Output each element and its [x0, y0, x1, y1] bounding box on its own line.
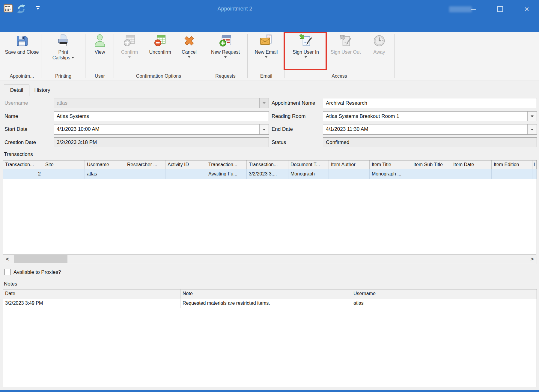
column-header[interactable]: Transaction...	[206, 160, 247, 169]
ribbon-group-user: View User	[86, 32, 114, 80]
envelope-icon	[259, 34, 273, 48]
available-to-proxies-checkbox[interactable]	[4, 269, 11, 275]
new-email-button[interactable]: New Email	[248, 32, 284, 71]
away-button: Away	[365, 32, 394, 71]
close-button[interactable]: ✕	[520, 3, 534, 15]
reading-room-label: Reading Room	[272, 113, 305, 119]
save-and-close-label: Save and Close	[5, 49, 39, 55]
end-date-dropdown-button[interactable]	[527, 124, 537, 134]
appointment-name-input[interactable]: Archival Research	[323, 98, 537, 108]
cancel-label: Cancel	[182, 49, 197, 55]
dropdown-caret-icon	[305, 56, 307, 58]
ribbon-group-access: Sign User In Sign User Out	[285, 32, 394, 80]
name-value: Atlas Systems	[57, 113, 89, 119]
ribbon-group-printing: PrintCallslips Printing	[42, 32, 85, 80]
group-label-requests: Requests	[204, 73, 247, 79]
appointment-name-label: Appointment Name	[272, 100, 315, 106]
start-date-picker[interactable]: 4/1/2023 10:00 AM	[54, 124, 269, 135]
unconfirm-label: Unconfirm	[149, 49, 171, 55]
new-request-label: New Request	[211, 49, 240, 55]
window-title: Appointment 2	[198, 6, 272, 12]
scrollbar-thumb[interactable]	[14, 255, 67, 263]
unconfirm-button[interactable]: Unconfirm	[144, 32, 176, 71]
cell-username: atlas	[85, 169, 125, 179]
column-header[interactable]: Item Date	[451, 160, 492, 169]
cell-item-author	[329, 169, 370, 179]
ribbon-group-confirmation-options: Confirm Unconfirm	[115, 32, 203, 80]
username-dropdown-button	[259, 98, 269, 108]
cancel-button[interactable]: Cancel	[176, 32, 203, 71]
group-label-appointment: Appointm...	[3, 73, 41, 79]
cell-transaction-status: Awaiting Fu...	[206, 169, 247, 179]
transactions-grid: Transaction... Site Username Researcher …	[3, 160, 537, 264]
column-header[interactable]: Username	[351, 289, 537, 298]
note-row[interactable]: 3/2/2023 3:49 PM Requested materials are…	[3, 298, 537, 308]
column-header[interactable]: Username	[85, 160, 125, 169]
clock-icon	[372, 34, 386, 48]
end-date-label: End Date	[272, 126, 293, 132]
column-header[interactable]: Transaction...	[247, 160, 288, 169]
name-label: Name	[4, 113, 18, 119]
username-combobox: atlas	[54, 98, 269, 108]
column-header[interactable]: Site	[43, 160, 85, 169]
notes-grid: Date Note Username 3/2/2023 3:49 PM Requ…	[3, 289, 537, 387]
printer-icon	[56, 34, 70, 48]
reading-room-dropdown-button[interactable]	[527, 112, 537, 121]
column-header[interactable]: Document T...	[288, 160, 329, 169]
dropdown-caret-icon	[265, 56, 267, 58]
column-header[interactable]: Item Edition	[492, 160, 532, 169]
start-date-label: Start Date	[4, 126, 28, 132]
away-label: Away	[374, 49, 385, 55]
column-header[interactable]: Date	[3, 289, 180, 298]
save-and-close-button[interactable]: Save and Close	[3, 32, 41, 71]
column-header[interactable]: Researcher ...	[125, 160, 165, 169]
scroll-right-button[interactable]: >	[528, 255, 536, 264]
cell-note-username: atlas	[351, 298, 537, 308]
group-label-email: Email	[248, 73, 284, 79]
start-date-dropdown-button[interactable]	[259, 124, 269, 134]
column-header[interactable]: Item Sub Title	[411, 160, 451, 169]
ribbon-group-requests: New Request Requests	[204, 32, 247, 80]
creation-date-label: Creation Date	[4, 139, 36, 145]
print-callslips-button[interactable]: PrintCallslips	[42, 32, 85, 71]
maximize-button[interactable]	[493, 3, 507, 15]
transactions-header-row: Transaction... Site Username Researcher …	[3, 160, 537, 169]
group-label-confirmation-options: Confirmation Options	[115, 73, 203, 79]
quick-access-dropdown-icon[interactable]	[36, 6, 40, 10]
name-input[interactable]: Atlas Systems	[54, 111, 269, 121]
scroll-left-button[interactable]: <	[3, 255, 12, 264]
switch-windows-icon[interactable]	[16, 4, 26, 14]
tab-detail[interactable]: Detail	[4, 85, 29, 96]
group-label-access: Access	[285, 73, 394, 79]
minimize-button[interactable]	[466, 3, 480, 15]
appointment-name-value: Archival Research	[326, 100, 367, 106]
username-label: Username	[4, 100, 28, 106]
ribbon-group-appointment: Save and Close Appointm...	[3, 32, 41, 80]
column-header[interactable]: I	[532, 160, 537, 169]
cell-item-sub-title	[411, 169, 451, 179]
column-header[interactable]: Item Title	[370, 160, 411, 169]
new-request-button[interactable]: New Request	[204, 32, 247, 71]
transactions-horizontal-scrollbar[interactable]: < >	[3, 254, 536, 264]
reading-room-combobox[interactable]: Atlas Systems Breakout Room 1	[323, 111, 537, 121]
cell-researcher	[125, 169, 165, 179]
end-date-picker[interactable]: 4/1/2023 11:30 AM	[323, 124, 537, 135]
column-header[interactable]: Activity ID	[165, 160, 206, 169]
ribbon: Save and Close Appointm... PrintCallslip…	[0, 32, 539, 80]
column-header[interactable]: Note	[180, 289, 351, 298]
transaction-row[interactable]: 2 atlas Awaiting Fu... 3/2/2023 3:... Mo…	[3, 169, 537, 179]
unconfirm-table-minus-icon	[153, 34, 167, 48]
notes-header-row: Date Note Username	[3, 289, 537, 298]
sign-user-in-button[interactable]: Sign User In	[285, 32, 326, 71]
ribbon-tab-strip: Appointment	[0, 18, 539, 32]
column-header[interactable]: Transaction...	[3, 160, 43, 169]
status-field: Confirmed	[323, 137, 537, 147]
window-bottom-border	[0, 390, 539, 392]
appointment-calendar-icon[interactable]	[3, 4, 13, 13]
reading-room-value: Atlas Systems Breakout Room 1	[326, 113, 399, 119]
new-email-label: New Email	[255, 49, 278, 55]
tab-history[interactable]: History	[30, 85, 55, 96]
view-user-button[interactable]: View	[86, 32, 114, 71]
column-header[interactable]: Item Author	[329, 160, 370, 169]
cell-note-text: Requested materials are restricted items…	[180, 298, 351, 308]
